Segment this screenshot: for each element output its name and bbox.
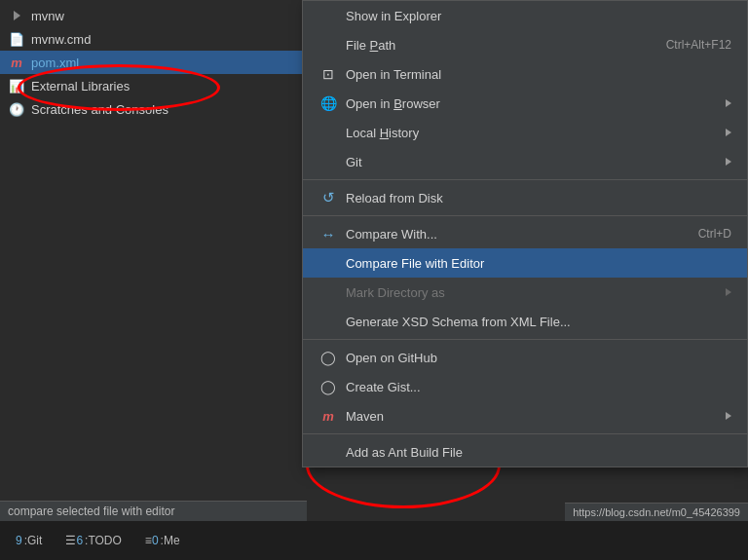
sidebar-item-label: pom.xml (31, 56, 79, 70)
menu-item-open-terminal[interactable]: ⊡ Open in Terminal (303, 59, 747, 89)
menu-item-reload-disk[interactable]: ↺ Reload from Disk (303, 183, 747, 212)
separator (303, 433, 747, 434)
todo-label-text: TODO (88, 534, 121, 547)
github-icon: ◯ (318, 348, 338, 367)
sidebar-item-external-libs[interactable]: 📊 External Libraries (0, 74, 302, 97)
taskbar-me[interactable]: ≡ 0 : Me (137, 530, 188, 551)
submenu-arrow-icon (726, 129, 731, 136)
status-hint-bar: compare selected file with editor (0, 501, 307, 521)
sidebar: mvnw 📄 mvnw.cmd m pom.xml 📊 External Lib… (0, 0, 302, 521)
taskbar-git[interactable]: 9 : Git (8, 530, 50, 551)
menu-item-open-github[interactable]: ◯ Open on GitHub (303, 343, 747, 372)
empty-icon (318, 253, 338, 273)
menu-item-label: Add as Ant Build File (346, 445, 731, 460)
maven-file-icon: m (8, 54, 25, 71)
submenu-arrow-icon (726, 412, 731, 420)
git-num: 9 (16, 534, 22, 547)
url-hint-bar: https://blog.csdn.net/m0_45426399 (565, 503, 748, 521)
sidebar-item-pom-xml[interactable]: m pom.xml (0, 51, 302, 74)
context-menu: Show in Explorer File Path Ctrl+Alt+F12 … (302, 0, 748, 467)
menu-item-local-history[interactable]: Local History (303, 118, 747, 147)
menu-item-label: Open on GitHub (346, 351, 731, 365)
url-hint-text: https://blog.csdn.net/m0_45426399 (573, 506, 740, 518)
empty-icon (318, 35, 338, 55)
menu-item-maven[interactable]: m Maven (303, 401, 747, 430)
empty-icon (318, 123, 338, 142)
submenu-arrow-icon (726, 99, 731, 107)
empty-icon (318, 152, 338, 171)
me-separator: ≡ (145, 534, 152, 547)
sync-icon: ↺ (318, 188, 338, 207)
sidebar-item-mvnw[interactable]: mvnw (0, 4, 302, 27)
github-icon: ◯ (318, 377, 338, 396)
menu-item-generate-xsd[interactable]: Generate XSD Schema from XML File... (303, 307, 747, 336)
menu-item-compare-editor[interactable]: Compare File with Editor (303, 248, 747, 278)
sidebar-item-label: mvnw.cmd (31, 32, 91, 47)
menu-item-label: Local History (346, 126, 718, 140)
menu-item-label: Create Gist... (346, 380, 731, 394)
menu-item-label: Compare File with Editor (346, 256, 731, 271)
todo-separator: ☰ (65, 534, 76, 547)
maven-icon: m (318, 406, 338, 426)
submenu-arrow-icon (726, 158, 731, 166)
sidebar-item-label: External Libraries (31, 79, 130, 93)
me-num: 0 (152, 534, 159, 547)
file-icon: 📄 (8, 30, 25, 48)
menu-item-label: Maven (346, 409, 718, 424)
menu-item-open-browser[interactable]: 🌐 Open in Browser (303, 89, 747, 118)
menu-item-create-gist[interactable]: ◯ Create Gist... (303, 372, 747, 401)
menu-item-git[interactable]: Git (303, 147, 747, 176)
separator (303, 339, 747, 340)
separator (303, 179, 747, 180)
menu-item-label: Generate XSD Schema from XML File... (346, 315, 731, 329)
menu-item-label: Mark Directory as (346, 285, 718, 300)
sidebar-item-label: mvnw (31, 9, 64, 23)
git-label-text: Git (27, 534, 42, 547)
arrow-icon (8, 7, 25, 24)
menu-item-label: Open in Terminal (346, 67, 731, 82)
sidebar-item-mvnw-cmd[interactable]: 📄 mvnw.cmd (0, 27, 302, 51)
empty-icon (318, 6, 338, 25)
sidebar-item-scratches[interactable]: 🕐 Scratches and Consoles (0, 97, 302, 121)
browser-icon: 🌐 (318, 93, 338, 113)
taskbar: 9 : Git ☰ 6 : TODO ≡ 0 : Me (0, 521, 748, 560)
taskbar-todo[interactable]: ☰ 6 : TODO (57, 530, 129, 551)
status-hint-text: compare selected file with editor (8, 504, 174, 518)
me-label-text: Me (164, 534, 180, 547)
menu-item-show-explorer[interactable]: Show in Explorer (303, 1, 747, 30)
sidebar-item-label: Scratches and Consoles (31, 102, 168, 117)
menu-item-label: Open in Browser (346, 96, 718, 111)
empty-icon (318, 442, 338, 462)
shortcut-label: Ctrl+Alt+F12 (666, 38, 731, 52)
submenu-arrow-icon (726, 288, 731, 296)
separator (303, 215, 747, 216)
menu-item-file-path[interactable]: File Path Ctrl+Alt+F12 (303, 30, 747, 59)
menu-item-compare-with[interactable]: ↔ Compare With... Ctrl+D (303, 219, 747, 248)
menu-item-label: File Path (346, 38, 647, 53)
todo-num: 6 (76, 534, 83, 547)
empty-icon (318, 312, 338, 331)
menu-item-mark-directory[interactable]: Mark Directory as (303, 278, 747, 307)
console-icon: 🕐 (8, 100, 25, 118)
menu-item-label: Reload from Disk (346, 191, 731, 205)
compare-icon: ↔ (318, 224, 338, 243)
shortcut-label: Ctrl+D (698, 227, 731, 241)
empty-icon (318, 282, 338, 302)
menu-item-label: Show in Explorer (346, 9, 731, 23)
menu-item-label: Compare With... (346, 227, 679, 242)
terminal-icon: ⊡ (318, 64, 338, 84)
library-icon: 📊 (8, 77, 25, 94)
menu-item-label: Git (346, 155, 718, 169)
menu-item-add-ant[interactable]: Add as Ant Build File (303, 437, 747, 467)
